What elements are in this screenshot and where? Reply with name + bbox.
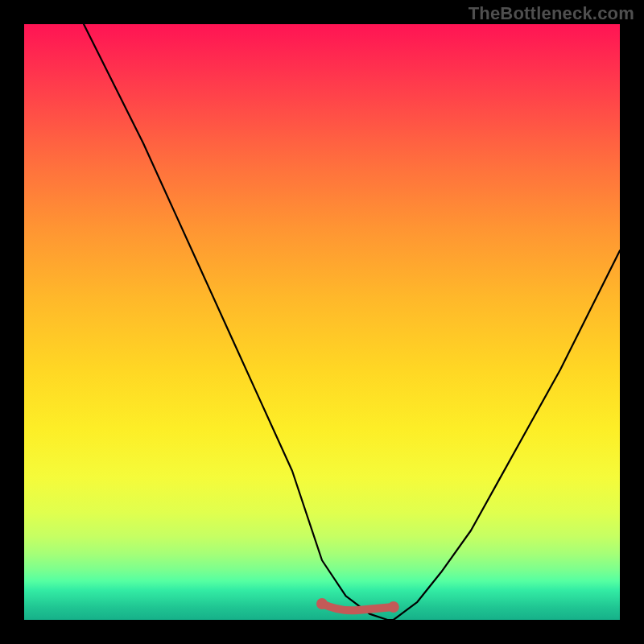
curve-overlay (24, 24, 620, 620)
optimal-range-end-dot (388, 601, 399, 613)
chart-frame: TheBottleneck.com (0, 0, 644, 644)
attribution-label: TheBottleneck.com (469, 3, 634, 24)
plot-area (24, 24, 620, 620)
bottleneck-curve (84, 24, 620, 620)
optimal-range-start-dot (316, 598, 328, 609)
